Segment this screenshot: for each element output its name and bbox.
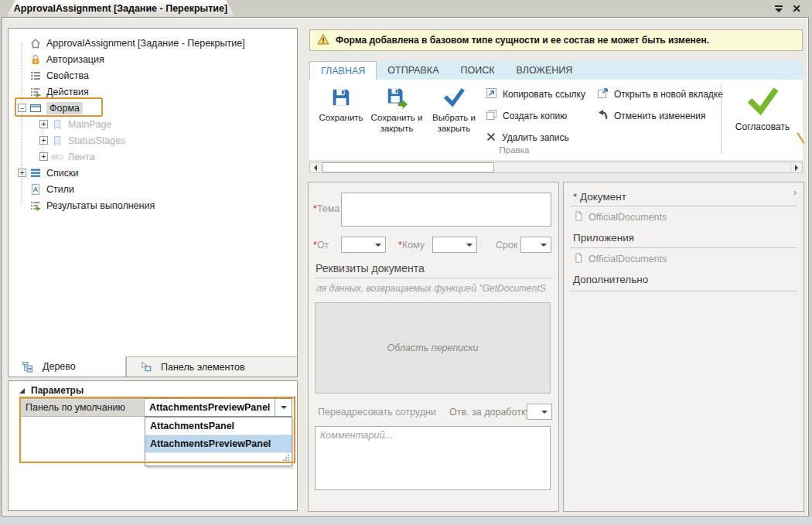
tree-item-form[interactable]: - Форма <box>9 100 297 116</box>
results-icon <box>29 199 42 212</box>
warning-text: Форма добавлена в базовом типе сущности … <box>336 35 709 46</box>
save-and-close-button[interactable]: Сохранить и закрыть <box>369 84 425 135</box>
expand-icon[interactable]: + <box>39 120 48 128</box>
tree-item-authorization[interactable]: Авторизация <box>9 51 297 67</box>
tree-item-root[interactable]: ApprovalAssignment [Задание - Перекрытие… <box>9 35 297 51</box>
ribbon: Сохранить Сохранить и закрыть Выбрать и … <box>309 80 803 160</box>
toolbox-icon <box>139 361 152 373</box>
open-new-tab-button[interactable]: Открыть в новой вкладке <box>597 87 723 101</box>
due-label: Срок <box>496 240 517 251</box>
window-title-tab: ApprovalAssignment [Задание - Перекрытие… <box>6 0 235 17</box>
expand-icon[interactable]: + <box>18 169 26 177</box>
tree-item-actions[interactable]: Действия <box>9 84 297 100</box>
subject-input[interactable] <box>341 193 551 227</box>
correspondence-area: Область переписки <box>315 302 551 394</box>
lists-icon <box>29 167 42 179</box>
home-icon <box>29 37 42 49</box>
chevron-down-icon <box>281 406 287 409</box>
due-combobox[interactable] <box>520 237 551 253</box>
tab-attachments[interactable]: ВЛОЖЕНИЯ <box>506 61 584 80</box>
desktop-strip <box>0 516 812 525</box>
chevron-down-icon <box>466 244 473 247</box>
create-copy-button[interactable]: Создать копию <box>486 109 567 123</box>
page-icon <box>51 135 63 147</box>
parameter-name-cell: Панель по умолчанию <box>19 398 145 417</box>
from-combobox[interactable] <box>341 237 386 253</box>
document-icon <box>573 252 584 266</box>
group-divider <box>570 291 797 291</box>
chevron-down-icon <box>541 411 548 414</box>
tab-search[interactable]: ПОИСК <box>449 61 505 80</box>
save-close-icon <box>385 84 408 111</box>
ribbon-strip-icon <box>51 151 63 163</box>
to-label: *Кому <box>398 240 425 251</box>
collapse-triangle-icon <box>19 388 25 394</box>
scroll-left-arrow[interactable] <box>310 162 322 172</box>
entity-tree-panel: ApprovalAssignment [Задание - Перекрытие… <box>8 28 298 377</box>
select-and-close-button[interactable]: Выбрать и закрыть <box>426 84 482 135</box>
applications-group-header: Приложения <box>573 232 634 244</box>
combobox-dropdown-list: AttachmentsPanel AttachmentsPreviewPanel <box>145 417 292 466</box>
ribbon-tab-strip: ГЛАВНАЯ ОТПРАВКА ПОИСК ВЛОЖЕНИЯ <box>309 61 803 80</box>
correspondence-label: Область переписки <box>387 343 479 353</box>
tree-item-lists[interactable]: + Списки <box>9 165 297 181</box>
document-icon <box>573 210 584 224</box>
subject-label: *Тема <box>313 203 339 214</box>
chevron-right-icon[interactable]: › <box>793 186 797 198</box>
properties-icon <box>29 70 42 82</box>
tree-item-ribbon[interactable]: + Лента <box>9 148 297 165</box>
expand-icon[interactable]: + <box>39 136 48 145</box>
approve-check-icon <box>745 84 780 121</box>
dropdown-option[interactable]: AttachmentsPanel <box>145 418 292 435</box>
form-icon <box>29 102 42 114</box>
scrollbar-thumb[interactable] <box>322 162 494 172</box>
delete-icon <box>486 131 496 145</box>
page-icon <box>51 118 63 131</box>
copy-link-button[interactable]: Копировать ссылку <box>486 87 585 101</box>
window-controls: ✕ <box>775 3 801 14</box>
section-divider <box>315 278 552 278</box>
scroll-right-arrow[interactable] <box>790 162 802 172</box>
comment-textarea[interactable] <box>315 426 551 490</box>
warning-icon <box>317 33 329 48</box>
to-combobox[interactable] <box>432 237 477 253</box>
tab-tree[interactable]: Дерево <box>9 356 126 377</box>
group-divider <box>570 247 797 248</box>
tab-toolbox[interactable]: Панель элементов <box>126 356 297 377</box>
combobox-dropdown-button[interactable] <box>275 399 292 416</box>
svg-text:A: A <box>33 186 39 193</box>
document-attachment-item[interactable]: OfficialDocuments <box>573 210 667 224</box>
dropdown-option-selected[interactable]: AttachmentsPreviewPanel <box>145 435 292 453</box>
tab-send[interactable]: ОТПРАВКА <box>377 61 449 80</box>
rework-combobox[interactable] <box>527 404 552 420</box>
tree-item-mainpage[interactable]: + MainPage <box>9 116 297 132</box>
close-icon[interactable]: ✕ <box>792 3 801 14</box>
tree-item-styles[interactable]: A Стили <box>9 181 297 197</box>
tree-item-statusstages[interactable]: + StatusStages <box>9 132 297 148</box>
resize-grip-icon[interactable] <box>283 453 290 464</box>
save-button[interactable]: Сохранить <box>313 84 369 123</box>
undo-changes-button[interactable]: Отменить изменения <box>597 109 705 123</box>
check-icon <box>442 84 466 111</box>
tree-item-results[interactable]: Результаты выполнения <box>9 197 297 213</box>
styles-icon: A <box>29 183 42 196</box>
tab-main[interactable]: ГЛАВНАЯ <box>309 61 377 80</box>
left-panel-tabs: Дерево Панель элементов <box>9 356 297 377</box>
collapse-icon[interactable]: - <box>18 104 26 112</box>
save-icon <box>329 84 353 111</box>
tree-item-properties[interactable]: Свойства <box>9 67 297 84</box>
delete-record-button[interactable]: Удалить запись <box>486 131 569 145</box>
approve-button[interactable]: Согласовать <box>725 84 800 132</box>
window-position-icon[interactable] <box>775 5 783 12</box>
function-hint-text: ля данных, возвращаемых функцией "GetDoc… <box>316 283 555 294</box>
actions-icon <box>29 86 42 98</box>
chevron-down-icon <box>375 244 381 247</box>
document-group-header: * Документ <box>573 191 626 203</box>
expand-icon[interactable]: + <box>39 152 48 161</box>
create-copy-icon <box>486 109 497 123</box>
additional-group-header: Дополнительно <box>573 274 648 285</box>
ribbon-scrollbar[interactable] <box>309 162 803 173</box>
applications-attachment-item[interactable]: OfficialDocuments <box>573 252 667 266</box>
parameters-header[interactable]: Параметры <box>9 381 297 399</box>
default-panel-combobox[interactable]: AttachmentsPreviewPanel <box>145 398 292 417</box>
